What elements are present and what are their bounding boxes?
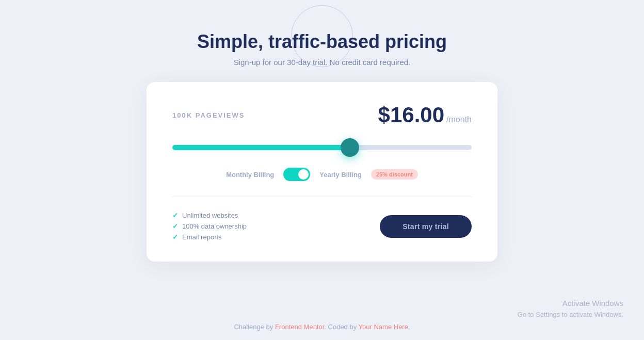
win-activate-title: Activate Windows — [518, 298, 623, 310]
page-title: Simple, traffic-based pricing — [197, 31, 447, 53]
list-item: ✓ Unlimited websites — [172, 212, 247, 219]
header-subtitle: Sign-up for our 30-day trial. No credit … — [197, 58, 447, 67]
billing-toggle[interactable] — [283, 168, 310, 181]
feature-label: 100% data ownership — [182, 222, 247, 230]
card-top-row: 100K PAGEVIEWS $16.00 /month — [172, 103, 472, 127]
footer-text-before: Challenge by — [234, 323, 275, 331]
footer: Challenge by Frontend Mentor. Coded by Y… — [234, 323, 410, 331]
footer-text-between: . Coded by — [324, 323, 358, 331]
card-divider — [172, 197, 472, 197]
yearly-billing-label: Yearly Billing — [319, 171, 362, 179]
win-activate-subtitle: Go to Settings to activate Windows. — [518, 310, 623, 320]
feature-label: Unlimited websites — [182, 212, 238, 219]
features-list: ✓ Unlimited websites ✓ 100% data ownersh… — [172, 212, 247, 241]
start-trial-button[interactable]: Start my trial — [380, 215, 472, 238]
billing-toggle-row: Monthly Billing Yearly Billing 25% disco… — [172, 168, 472, 181]
card-bottom-row: ✓ Unlimited websites ✓ 100% data ownersh… — [172, 212, 472, 241]
monthly-billing-label: Monthly Billing — [226, 171, 274, 179]
header-section: Simple, traffic-based pricing Sign-up fo… — [197, 21, 447, 67]
check-icon: ✓ — [172, 222, 178, 230]
pageviews-slider[interactable] — [172, 145, 472, 150]
your-name-link[interactable]: Your Name Here — [359, 323, 408, 331]
check-icon: ✓ — [172, 233, 178, 241]
feature-label: Email reports — [182, 233, 222, 241]
check-icon: ✓ — [172, 212, 178, 219]
list-item: ✓ Email reports — [172, 233, 247, 241]
toggle-slider — [283, 168, 310, 181]
frontend-mentor-link[interactable]: Frontend Mentor — [275, 323, 324, 331]
page-wrapper: Simple, traffic-based pricing Sign-up fo… — [0, 0, 644, 340]
win-activate: Activate Windows Go to Settings to activ… — [518, 298, 623, 319]
footer-text-after: . — [408, 323, 410, 331]
price-display: $16.00 /month — [378, 103, 472, 127]
slider-container — [172, 143, 472, 152]
list-item: ✓ 100% data ownership — [172, 222, 247, 230]
discount-badge: 25% discount — [371, 169, 418, 180]
price-value: $16.00 — [378, 103, 444, 127]
pageviews-label: 100K PAGEVIEWS — [172, 111, 245, 119]
pricing-card: 100K PAGEVIEWS $16.00 /month Monthly Bil… — [147, 82, 497, 262]
price-period: /month — [446, 115, 472, 124]
